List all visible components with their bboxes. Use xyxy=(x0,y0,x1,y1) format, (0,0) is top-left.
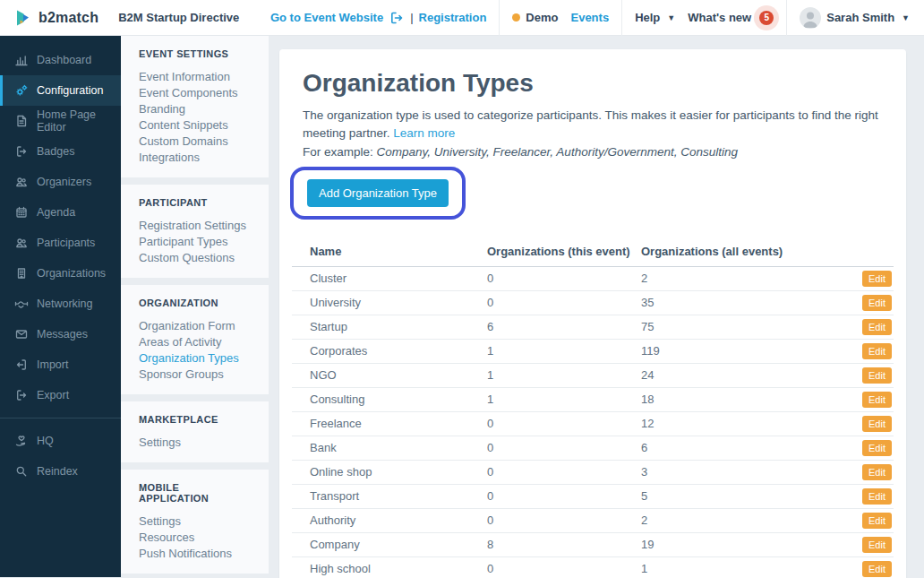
edit-button[interactable]: Edit xyxy=(862,319,892,335)
sidebar-item-dashboard[interactable]: Dashboard xyxy=(0,45,121,75)
subnav-item-organization-form[interactable]: Organization Form xyxy=(121,318,269,334)
calendar-icon xyxy=(14,205,29,220)
org-count-this-event: 0 xyxy=(487,436,641,460)
subnav-item-branding[interactable]: Branding xyxy=(121,101,269,117)
table-row: Freelance 0 12 Edit xyxy=(292,411,894,436)
subnav-item-participant-types[interactable]: Participant Types xyxy=(121,234,269,250)
column-header-this-event: Organizations (this event) xyxy=(487,239,641,267)
edit-button[interactable]: Edit xyxy=(862,343,892,359)
whats-new-button[interactable]: What's new 5 xyxy=(688,11,774,25)
edit-button[interactable]: Edit xyxy=(862,416,892,432)
events-link[interactable]: Events xyxy=(570,11,609,24)
subnav-section-marketplace: MARKETPLACE Settings xyxy=(121,401,269,462)
brand-wordmark: b2match xyxy=(38,10,98,26)
table-row: Consulting 1 18 Edit xyxy=(292,387,894,411)
sidebar-item-messages[interactable]: Messages xyxy=(0,319,121,349)
subnav-section-participant: PARTICIPANT Registration Settings Partic… xyxy=(121,185,269,278)
learn-more-link[interactable]: Learn more xyxy=(393,126,455,140)
go-to-event-website-link[interactable]: Go to Event Website xyxy=(270,11,383,24)
demo-dot-icon xyxy=(512,13,520,22)
org-type-name: NGO xyxy=(292,363,487,387)
registration-link[interactable]: Registration xyxy=(419,11,487,24)
sidebar-item-badges[interactable]: Badges xyxy=(0,136,121,167)
subnav-item-organization-types[interactable]: Organization Types xyxy=(121,350,269,367)
help-menu[interactable]: Help ▼ xyxy=(635,11,675,24)
sidebar-item-networking[interactable]: Networking xyxy=(0,289,121,319)
subnav-item-event-components[interactable]: Event Components xyxy=(121,85,269,101)
edit-button[interactable]: Edit xyxy=(862,537,892,553)
subnav-item-custom-domains[interactable]: Custom Domains xyxy=(121,134,269,150)
edit-button[interactable]: Edit xyxy=(862,367,892,384)
event-name: B2M Startup Directive xyxy=(118,11,239,24)
organization-types-card: Organization Types The organization type… xyxy=(279,49,906,578)
subnav-item-push-notifications[interactable]: Push Notifications xyxy=(121,546,269,562)
sidebar-item-home-page-editor[interactable]: Home Page Editor xyxy=(0,106,121,136)
sidebar-item-reindex[interactable]: Reindex xyxy=(0,456,121,487)
demo-indicator[interactable]: Demo xyxy=(512,11,558,24)
org-type-name: Online shop xyxy=(292,460,487,484)
add-organization-type-button[interactable]: Add Organization Type xyxy=(307,179,449,207)
edit-button[interactable]: Edit xyxy=(862,464,892,480)
demo-label: Demo xyxy=(526,11,558,24)
topbar-divider xyxy=(499,0,500,36)
sidebar-item-label: Export xyxy=(37,389,69,401)
org-count-all-events: 5 xyxy=(641,484,852,508)
sidebar-item-hq[interactable]: HQ xyxy=(0,426,121,456)
subnav-item-content-snippets[interactable]: Content Snippets xyxy=(121,117,269,134)
subnav-item-event-information[interactable]: Event Information xyxy=(121,69,269,85)
org-type-name: Freelance xyxy=(292,411,487,436)
org-count-all-events: 3 xyxy=(641,460,852,484)
org-count-this-event: 1 xyxy=(487,363,641,387)
org-count-all-events: 24 xyxy=(641,363,852,387)
edit-button[interactable]: Edit xyxy=(862,561,892,577)
edit-button[interactable]: Edit xyxy=(862,440,892,456)
org-count-this-event: 0 xyxy=(487,290,641,315)
external-link-icon[interactable] xyxy=(389,10,405,26)
sidebar-item-label: Dashboard xyxy=(37,54,91,66)
table-row: Bank 0 6 Edit xyxy=(292,436,894,460)
sidebar-item-import[interactable]: Import xyxy=(0,349,121,380)
subnav-item-areas-of-activity[interactable]: Areas of Activity xyxy=(121,334,269,350)
subnav-section-title: ORGANIZATION xyxy=(121,298,269,308)
sidebar-divider xyxy=(0,418,121,418)
subnav-item-mobile-settings[interactable]: Settings xyxy=(121,513,269,530)
user-menu[interactable]: Sarah Smith ▼ xyxy=(800,7,910,29)
main-sidebar: Dashboard Configuration Home Page Editor… xyxy=(0,36,121,577)
import-icon xyxy=(14,358,29,372)
sidebar-item-organizers[interactable]: Organizers xyxy=(0,167,121,197)
subnav-item-marketplace-settings[interactable]: Settings xyxy=(121,435,269,451)
edit-button[interactable]: Edit xyxy=(862,271,892,287)
sidebar-item-label: Networking xyxy=(37,298,93,310)
sidebar-item-label: Organizations xyxy=(37,267,106,280)
badge-export-icon xyxy=(14,144,29,159)
org-type-name: Consulting xyxy=(292,387,487,411)
subnav-item-integrations[interactable]: Integrations xyxy=(121,150,269,166)
sidebar-item-agenda[interactable]: Agenda xyxy=(0,197,121,228)
column-header-name: Name xyxy=(292,239,487,267)
org-count-all-events: 6 xyxy=(641,436,852,460)
subnav-item-resources[interactable]: Resources xyxy=(121,530,269,546)
sidebar-item-organizations[interactable]: Organizations xyxy=(0,258,121,289)
subnav-item-sponsor-groups[interactable]: Sponsor Groups xyxy=(121,367,269,383)
table-row: University 0 35 Edit xyxy=(292,290,894,315)
b2match-logo[interactable]: b2match xyxy=(13,8,98,28)
sidebar-item-configuration[interactable]: Configuration xyxy=(0,75,121,106)
edit-button[interactable]: Edit xyxy=(862,488,892,505)
edit-button[interactable]: Edit xyxy=(862,295,892,311)
org-count-all-events: 35 xyxy=(641,290,852,315)
table-row: Transport 0 5 Edit xyxy=(292,484,894,508)
avatar[interactable] xyxy=(800,7,821,29)
subnav-item-registration-settings[interactable]: Registration Settings xyxy=(121,218,269,234)
people-icon xyxy=(14,175,29,189)
description-text: The organization type is used to categor… xyxy=(303,108,878,140)
org-type-name: Cluster xyxy=(292,266,487,290)
page-description: The organization type is used to categor… xyxy=(303,107,883,143)
org-count-all-events: 18 xyxy=(641,387,852,411)
example-prefix: For example: xyxy=(303,145,373,159)
edit-button[interactable]: Edit xyxy=(862,392,892,408)
edit-button[interactable]: Edit xyxy=(862,513,892,529)
subnav-item-custom-questions[interactable]: Custom Questions xyxy=(121,250,269,266)
sidebar-item-participants[interactable]: Participants xyxy=(0,228,121,258)
table-row: Authority 0 2 Edit xyxy=(292,508,894,532)
sidebar-item-export[interactable]: Export xyxy=(0,380,121,410)
